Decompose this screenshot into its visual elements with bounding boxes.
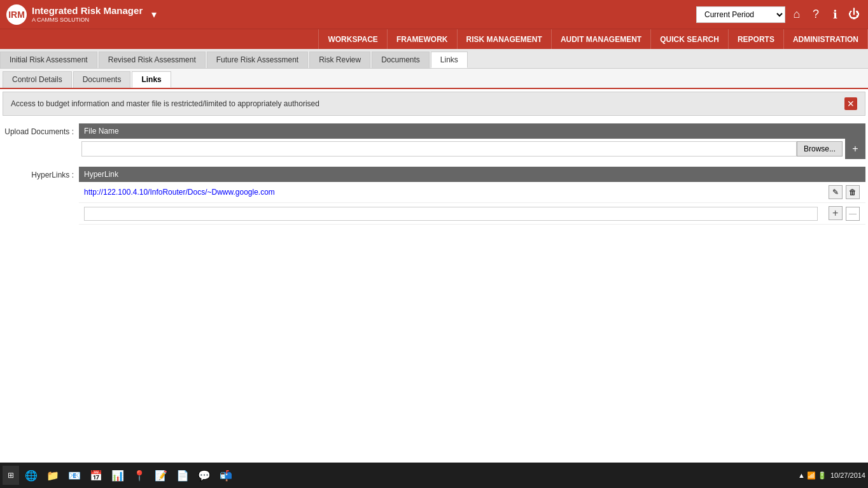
sub-tab-links[interactable]: Links bbox=[132, 71, 171, 88]
info-icon[interactable]: ℹ bbox=[827, 7, 843, 22]
edit-hyperlink-button[interactable]: ✎ bbox=[829, 185, 843, 199]
nav-framework[interactable]: FRAMEWORK bbox=[387, 29, 457, 49]
hyperlink-new-actions-cell: + — bbox=[823, 203, 865, 225]
tab-future-risk[interactable]: Future Risk Assessment bbox=[207, 52, 308, 68]
nav-administration[interactable]: ADMINISTRATION bbox=[783, 29, 868, 49]
nav-items: WORKSPACE FRAMEWORK RISK MANAGEMENT AUDI… bbox=[318, 29, 868, 49]
logo-dropdown-icon[interactable]: ▾ bbox=[151, 8, 157, 20]
sub-tab-documents[interactable]: Documents bbox=[73, 71, 131, 88]
tab-documents[interactable]: Documents bbox=[372, 52, 430, 68]
upload-documents-table: File Name Browse... + bbox=[79, 123, 865, 159]
nav-workspace[interactable]: WORKSPACE bbox=[318, 29, 386, 49]
help-icon[interactable]: ? bbox=[808, 7, 823, 22]
hyperlink-actions-cell: ✎ 🗑 bbox=[823, 182, 865, 203]
tab-risk-review[interactable]: Risk Review bbox=[309, 52, 370, 68]
home-icon[interactable]: ⌂ bbox=[789, 7, 804, 22]
logo-text: Integrated Risk Manager A CAMMS SOLUTION bbox=[32, 5, 143, 24]
upload-documents-label: Upload Documents : bbox=[3, 123, 79, 136]
main-content: Upload Documents : File Name Browse... bbox=[0, 118, 868, 237]
upload-action-header bbox=[845, 123, 865, 139]
alert-close-button[interactable]: ✕ bbox=[844, 97, 857, 110]
main-navbar: WORKSPACE FRAMEWORK RISK MANAGEMENT AUDI… bbox=[0, 29, 868, 49]
alert-message: Access to budget information and master … bbox=[11, 99, 319, 108]
upload-documents-row: Upload Documents : File Name Browse... bbox=[3, 123, 865, 159]
nav-reports[interactable]: REPORTS bbox=[728, 29, 783, 49]
hyperlink-actions-header bbox=[823, 167, 865, 182]
top-tab-bar: Initial Risk Assessment Revised Risk Ass… bbox=[0, 49, 868, 69]
upload-add-button[interactable]: + bbox=[848, 141, 863, 157]
file-input-cell: Browse... bbox=[79, 139, 845, 159]
add-hyperlink-button[interactable]: + bbox=[829, 206, 843, 220]
hyperlinks-row: HyperLinks : HyperLink http://122.100.4.… bbox=[3, 167, 865, 225]
power-icon[interactable]: ⏻ bbox=[846, 7, 862, 22]
hyperlink-url-cell: http://122.100.4.10/InfoRouter/Docs/~Dww… bbox=[79, 182, 823, 203]
tab-initial-risk[interactable]: Initial Risk Assessment bbox=[0, 52, 97, 68]
hyperlink-new-input-cell bbox=[79, 203, 823, 225]
period-select[interactable]: Current Period bbox=[696, 6, 785, 23]
hyperlink-new-row: + — bbox=[79, 203, 865, 225]
nav-quick-search[interactable]: QUICK SEARCH bbox=[650, 29, 728, 49]
header-controls: Current Period ⌂ ? ℹ ⏻ bbox=[696, 6, 862, 23]
sub-tab-bar: Control Details Documents Links bbox=[0, 69, 868, 89]
logo-area: IRM Integrated Risk Manager A CAMMS SOLU… bbox=[6, 4, 157, 25]
delete-hyperlink-button[interactable]: 🗑 bbox=[846, 185, 860, 199]
logo-icon: IRM bbox=[6, 4, 27, 25]
upload-add-cell: + bbox=[845, 139, 865, 159]
hyperlink-row: http://122.100.4.10/InfoRouter/Docs/~Dww… bbox=[79, 182, 865, 203]
filename-header: File Name bbox=[79, 123, 845, 139]
hyperlinks-table-wrapper: HyperLink http://122.100.4.10/InfoRouter… bbox=[79, 167, 865, 225]
app-header: IRM Integrated Risk Manager A CAMMS SOLU… bbox=[0, 0, 868, 29]
alert-banner: Access to budget information and master … bbox=[3, 92, 865, 116]
file-input[interactable] bbox=[81, 141, 797, 157]
tab-links[interactable]: Links bbox=[431, 52, 468, 68]
hyperlink-url[interactable]: http://122.100.4.10/InfoRouter/Docs/~Dww… bbox=[84, 188, 275, 197]
hyperlinks-label: HyperLinks : bbox=[3, 167, 79, 179]
hyperlink-header: HyperLink bbox=[79, 167, 823, 182]
nav-audit-management[interactable]: AUDIT MANAGEMENT bbox=[551, 29, 650, 49]
browse-button[interactable]: Browse... bbox=[797, 141, 843, 157]
nav-risk-management[interactable]: RISK MANAGEMENT bbox=[457, 29, 551, 49]
hyperlink-new-input[interactable] bbox=[84, 207, 818, 221]
hyperlink-new-secondary-button[interactable]: — bbox=[846, 207, 860, 221]
tab-revised-risk[interactable]: Revised Risk Assessment bbox=[99, 52, 206, 68]
sub-tab-control-details[interactable]: Control Details bbox=[3, 71, 72, 88]
